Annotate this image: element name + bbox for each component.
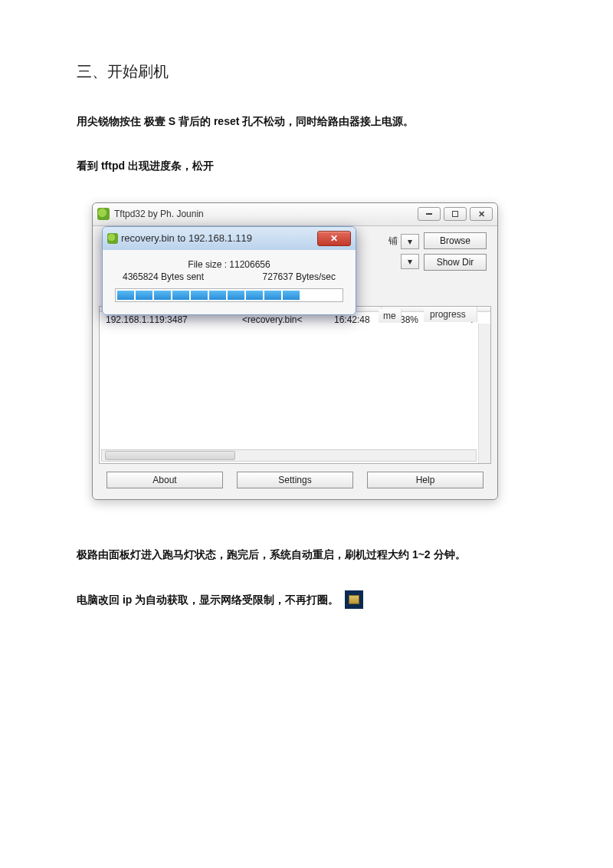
dropdown-arrow-1[interactable]: ▾ (401, 234, 419, 249)
help-button[interactable]: Help (367, 472, 484, 488)
progress-segment (228, 291, 244, 300)
progress-segment (264, 291, 281, 300)
scroll-thumb[interactable] (105, 451, 235, 460)
filesize-label: File size : 11206656 (115, 259, 343, 270)
progress-segment (191, 291, 208, 300)
cell-time: 16:42:48 (328, 314, 382, 326)
paragraph-1: 用尖锐物按住 极壹 S 背后的 reset 孔不松动，同时给路由器接上电源。 (77, 113, 536, 130)
progress-segment (283, 291, 300, 300)
taskbar-network-icon (345, 590, 363, 609)
bytes-sec-label: 727637 Bytes/sec (263, 271, 336, 282)
progress-segment (172, 291, 189, 300)
transfer-list: me progress 192.168.1.119:3487 <recovery… (99, 306, 491, 464)
settings-button[interactable]: Settings (237, 472, 353, 488)
popup-title-text: recovery.bin to 192.168.1.119 (121, 232, 317, 244)
column-header-progress[interactable]: progress (424, 307, 477, 322)
progress-bar (115, 288, 343, 302)
transfer-popup: recovery.bin to 192.168.1.119 ✕ File siz… (102, 226, 356, 315)
browse-button[interactable]: Browse (424, 232, 487, 249)
popup-close-button[interactable]: ✕ (317, 231, 351, 246)
window-title: Tftpd32 by Ph. Jounin (114, 209, 418, 219)
horizontal-scrollbar[interactable] (101, 449, 477, 462)
popup-app-icon (107, 233, 118, 244)
app-icon (97, 208, 110, 220)
minimize-button[interactable] (418, 207, 441, 221)
progress-segment (154, 291, 171, 300)
bytes-sent-label: 4365824 Bytes sent (123, 271, 204, 282)
cell-file: <recovery.bin< (236, 314, 328, 326)
vertical-scrollbar[interactable] (478, 324, 490, 463)
titlebar[interactable]: Tftpd32 by Ph. Jounin ✕ (93, 203, 497, 226)
progress-segment (246, 291, 263, 300)
paragraph-2: 看到 tftpd 出现进度条，松开 (77, 157, 536, 174)
dropdown-arrow-2[interactable]: ▾ (401, 254, 419, 269)
popup-titlebar[interactable]: recovery.bin to 192.168.1.119 ✕ (103, 227, 356, 250)
paragraph-4: 电脑改回 ip 为自动获取，显示网络受限制，不再打圈。 (77, 591, 339, 608)
section-heading: 三、开始刷机 (77, 61, 536, 82)
showdir-button[interactable]: Show Dir (424, 254, 487, 271)
maximize-button[interactable] (444, 207, 467, 221)
paragraph-4-wrap: 电脑改回 ip 为自动获取，显示网络受限制，不再打圈。 (77, 590, 536, 609)
progress-segment (136, 291, 152, 300)
truncated-label: 铺 (388, 235, 398, 248)
tftpd-window: Tftpd32 by Ph. Jounin ✕ 铺 ▾ ▾ Browse Sho… (92, 202, 498, 500)
about-button[interactable]: About (107, 472, 223, 488)
progress-segment (117, 291, 134, 300)
paragraph-3: 极路由面板灯进入跑马灯状态，跑完后，系统自动重启，刷机过程大约 1~2 分钟。 (77, 546, 536, 563)
column-header-me[interactable]: me (379, 309, 402, 323)
close-button[interactable]: ✕ (470, 207, 493, 221)
cell-peer: 192.168.1.119:3487 (100, 314, 236, 326)
progress-segment (209, 291, 226, 300)
